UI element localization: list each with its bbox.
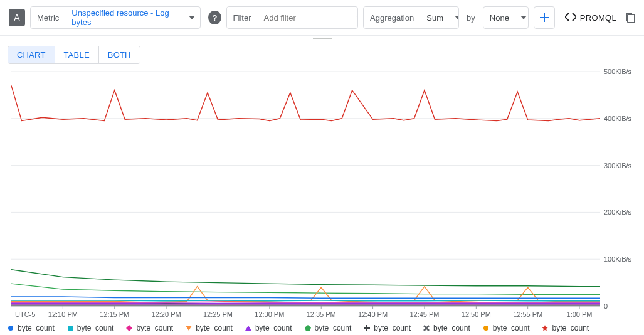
svg-rect-0: [628, 14, 635, 23]
svg-text:12:45 PM: 12:45 PM: [409, 311, 439, 318]
chevron-down-icon[interactable]: [351, 7, 358, 28]
legend-symbol-icon: [67, 325, 73, 331]
svg-text:UTC-5: UTC-5: [15, 311, 35, 318]
tab-both[interactable]: BOTH: [98, 46, 140, 63]
add-query-button[interactable]: [534, 6, 555, 29]
legend-label: byte_count: [315, 324, 352, 332]
view-tabs: CHART TABLE BOTH: [8, 46, 140, 64]
legend-item[interactable]: byte_count: [305, 324, 352, 332]
svg-text:12:30 PM: 12:30 PM: [255, 311, 284, 318]
chevron-down-icon[interactable]: [184, 7, 200, 28]
legend-label: byte_count: [255, 324, 292, 332]
legend-symbol-icon: [8, 325, 14, 331]
legend-label: byte_count: [18, 324, 55, 332]
aggregation-selector[interactable]: Aggregation Sum: [363, 6, 459, 29]
code-icon: [565, 13, 576, 23]
legend-symbol-icon: [542, 325, 548, 331]
svg-text:12:15 PM: 12:15 PM: [100, 311, 129, 318]
tab-table[interactable]: TABLE: [55, 46, 98, 63]
query-chip[interactable]: A: [9, 9, 25, 26]
legend-item[interactable]: byte_count: [126, 324, 173, 332]
legend-label: byte_count: [552, 324, 589, 332]
legend-label: byte_count: [433, 324, 470, 332]
svg-text:500KiB/s: 500KiB/s: [604, 68, 632, 75]
legend-item[interactable]: byte_count: [186, 324, 233, 332]
filter-input[interactable]: [257, 7, 351, 28]
svg-text:1:00 PM: 1:00 PM: [567, 311, 593, 318]
legend-item[interactable]: byte_count: [67, 324, 114, 332]
legend-item[interactable]: byte_count: [542, 324, 589, 332]
aggregation-value[interactable]: Sum: [420, 7, 450, 28]
legend-label: byte_count: [136, 324, 173, 332]
groupby-selector[interactable]: None: [483, 6, 529, 29]
metric-value[interactable]: Unspecified resource - Log bytes: [65, 7, 184, 28]
legend-symbol-icon: [364, 325, 370, 331]
svg-text:0: 0: [604, 302, 608, 310]
chevron-down-icon[interactable]: [515, 7, 529, 28]
aggregation-label: Aggregation: [364, 7, 420, 28]
metric-label: Metric: [31, 7, 65, 28]
legend-label: byte_count: [374, 324, 411, 332]
filter-label: Filter: [227, 7, 258, 28]
svg-text:12:10 PM: 12:10 PM: [48, 311, 78, 318]
svg-text:12:40 PM: 12:40 PM: [358, 311, 388, 318]
svg-text:12:55 PM: 12:55 PM: [513, 311, 542, 318]
legend-symbol-icon: [423, 325, 430, 331]
query-toolbar: A Metric Unspecified resource - Log byte…: [0, 0, 644, 36]
svg-text:300KiB/s: 300KiB/s: [604, 162, 632, 169]
svg-text:12:35 PM: 12:35 PM: [307, 311, 336, 318]
chevron-down-icon[interactable]: [450, 7, 459, 28]
metric-selector[interactable]: Metric Unspecified resource - Log bytes: [30, 6, 201, 29]
legend-symbol-icon: [483, 325, 489, 331]
legend-symbol-icon: [126, 325, 132, 331]
legend-label: byte_count: [77, 324, 114, 332]
svg-text:100KiB/s: 100KiB/s: [604, 255, 632, 263]
copy-icon[interactable]: [625, 12, 635, 23]
svg-text:12:20 PM: 12:20 PM: [152, 311, 181, 318]
filter-control[interactable]: Filter: [226, 6, 359, 29]
chart-area[interactable]: 100KiB/s200KiB/s300KiB/s400KiB/s500KiB/s…: [8, 68, 636, 319]
svg-rect-37: [68, 326, 73, 331]
svg-text:12:25 PM: 12:25 PM: [203, 311, 233, 318]
legend-item[interactable]: byte_count: [8, 324, 55, 332]
legend-symbol-icon: [245, 325, 251, 331]
legend-label: byte_count: [493, 324, 530, 332]
promql-label: PROMQL: [580, 13, 616, 23]
by-label: by: [464, 13, 478, 23]
legend-item[interactable]: byte_count: [483, 324, 530, 332]
legend-item[interactable]: byte_count: [423, 324, 470, 332]
legend-symbol-icon: [186, 325, 192, 331]
groupby-value[interactable]: None: [483, 7, 515, 28]
chart-svg[interactable]: 100KiB/s200KiB/s300KiB/s400KiB/s500KiB/s…: [8, 68, 636, 319]
svg-point-38: [483, 326, 488, 331]
legend-label: byte_count: [196, 324, 233, 332]
tab-chart[interactable]: CHART: [8, 46, 55, 63]
help-icon[interactable]: ?: [208, 11, 221, 24]
promql-toggle[interactable]: PROMQL: [565, 13, 616, 23]
legend-item[interactable]: byte_count: [364, 324, 411, 332]
svg-text:12:50 PM: 12:50 PM: [462, 311, 491, 318]
svg-point-36: [8, 326, 13, 331]
legend-item[interactable]: byte_count: [245, 324, 292, 332]
legend-symbol-icon: [305, 325, 311, 331]
svg-text:400KiB/s: 400KiB/s: [604, 115, 632, 122]
chart-legend: byte_countbyte_countbyte_countbyte_count…: [8, 324, 636, 335]
svg-text:200KiB/s: 200KiB/s: [604, 208, 632, 216]
